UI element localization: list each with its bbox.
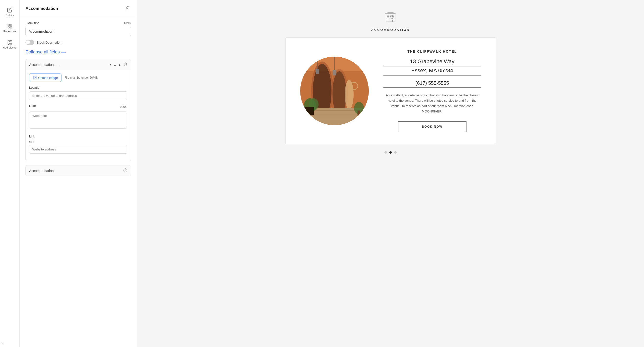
svg-rect-14 (392, 16, 394, 17)
upload-image-button[interactable]: Upload image (29, 74, 62, 82)
svg-rect-37 (333, 70, 336, 76)
svg-rect-2 (8, 27, 9, 28)
accommodation-2-label: Accommodation (29, 169, 54, 173)
svg-rect-0 (8, 24, 9, 26)
svg-rect-5 (10, 41, 12, 42)
hotel-image-circle (300, 57, 369, 125)
dot-1[interactable] (384, 151, 387, 154)
accommodation-card-2: Accommodation (26, 165, 131, 176)
svg-rect-3 (10, 27, 12, 28)
svg-rect-6 (8, 43, 9, 44)
dash-icon: — (56, 63, 59, 67)
svg-rect-4 (8, 41, 9, 42)
collapse-label: Collapse all fields (26, 50, 60, 54)
sidebar-item-details[interactable]: Details (1, 5, 18, 19)
block-title-label: Block title (26, 21, 39, 25)
trash-icon (126, 6, 130, 10)
version-tag: v2 (2, 342, 4, 344)
svg-rect-35 (316, 69, 319, 74)
preview-panel: ACCOMMODATION (137, 0, 644, 347)
palette-icon (7, 24, 12, 29)
delete-card-button[interactable] (124, 62, 127, 67)
preview-header: ACCOMMODATION (371, 10, 410, 32)
hotel-name: THE CLIFFWALK HOTEL (408, 50, 457, 54)
hotel-address-line1: 13 Grapevine Way (384, 58, 481, 66)
svg-point-9 (34, 77, 34, 78)
upload-label: Upload image (38, 76, 58, 80)
collapse-dash-icon: — (61, 50, 66, 54)
block-description-label: Block Description (37, 41, 61, 44)
details-label: Details (6, 14, 14, 17)
note-char-count: 0/500 (120, 105, 127, 109)
hotel-phone: (617) 555-5555 (384, 80, 481, 88)
sidebar-item-add-blocks[interactable]: Add blocks (1, 37, 18, 52)
location-label: Location (29, 86, 127, 90)
accommodation-card-title: Accommodation — (29, 63, 59, 67)
accommodation-card-1: Accommodation — ▼ 1 ▲ (26, 59, 131, 161)
pencil-icon (7, 7, 12, 13)
accommodation-card-body: Upload image File must be under 20MB. Lo… (26, 70, 131, 161)
svg-rect-12 (387, 16, 388, 17)
add-blocks-label: Add blocks (3, 46, 16, 49)
svg-rect-42 (300, 57, 303, 60)
svg-rect-15 (387, 18, 388, 19)
panel-header: Accommodation (20, 0, 137, 16)
accommodation-2-controls (124, 168, 127, 173)
block-title-char-count: 13/45 (124, 21, 131, 25)
note-field-row: Note 0/500 (29, 104, 127, 110)
note-label: Note (29, 104, 36, 108)
hotel-icon (383, 10, 398, 26)
svg-rect-1 (10, 24, 12, 26)
upload-area: Upload image File must be under 20MB. (29, 74, 127, 82)
svg-point-10 (125, 170, 126, 171)
svg-point-26 (345, 80, 354, 109)
preview-dots (384, 151, 397, 154)
svg-rect-17 (392, 18, 394, 19)
preview-card: THE CLIFFWALK HOTEL 13 Grapevine Way Ess… (285, 38, 496, 144)
dot-3[interactable] (394, 151, 397, 154)
collapse-all-button[interactable]: Collapse all fields — (26, 50, 66, 54)
block-title-input[interactable] (26, 27, 131, 36)
dot-2[interactable] (389, 151, 392, 154)
block-description-toggle[interactable] (26, 40, 34, 45)
accommodation-card-2-header: Accommodation (26, 165, 131, 176)
url-label: URL (29, 140, 127, 144)
block-title-row: Block title 13/45 (26, 21, 131, 25)
gear-icon (124, 168, 127, 172)
hotel-address-line2: Essex, MA 05234 (384, 67, 481, 76)
count-up-button[interactable]: ▲ (118, 63, 122, 67)
accommodation-controls: ▼ 1 ▲ (108, 62, 127, 67)
dropdown-arrow-button[interactable]: ▼ (108, 63, 112, 67)
svg-rect-40 (300, 107, 314, 115)
panel-body: Block title 13/45 Block Description Coll… (20, 16, 137, 181)
page-style-label: Page style (4, 30, 16, 33)
hotel-description: An excellent, affordable option that als… (384, 93, 481, 114)
book-now-button[interactable]: BOOK NOW (398, 121, 466, 132)
trash-small-icon (124, 62, 127, 66)
building-icon (383, 10, 398, 25)
accommodation-2-title: Accommodation (29, 169, 54, 173)
block-description-row: Block Description (26, 40, 131, 45)
svg-rect-39 (358, 111, 360, 117)
plus-block-icon (7, 40, 12, 45)
svg-rect-13 (390, 16, 391, 17)
svg-rect-18 (388, 20, 392, 22)
panel-title: Accommodation (26, 6, 58, 11)
hallway-image (300, 57, 369, 125)
left-panel: Accommodation Block title 13/45 Block De… (20, 0, 137, 347)
sidebar-item-page-style[interactable]: Page style (1, 21, 18, 35)
item-count: 1 (114, 63, 116, 66)
preview-info: THE CLIFFWALK HOTEL 13 Grapevine Way Ess… (384, 50, 481, 132)
delete-card-2-button[interactable] (124, 168, 127, 173)
link-label: Link (29, 135, 127, 138)
svg-rect-16 (390, 18, 391, 19)
delete-panel-button[interactable] (125, 5, 131, 12)
accommodation-card-header: Accommodation — ▼ 1 ▲ (26, 59, 131, 70)
accommodation-item-label: Accommodation (29, 63, 54, 67)
upload-icon (33, 76, 37, 80)
preview-section-title: ACCOMMODATION (371, 28, 410, 32)
url-input[interactable] (29, 145, 127, 154)
location-input[interactable] (29, 91, 127, 100)
note-textarea[interactable] (29, 112, 127, 129)
link-section: Link URL (29, 135, 127, 158)
